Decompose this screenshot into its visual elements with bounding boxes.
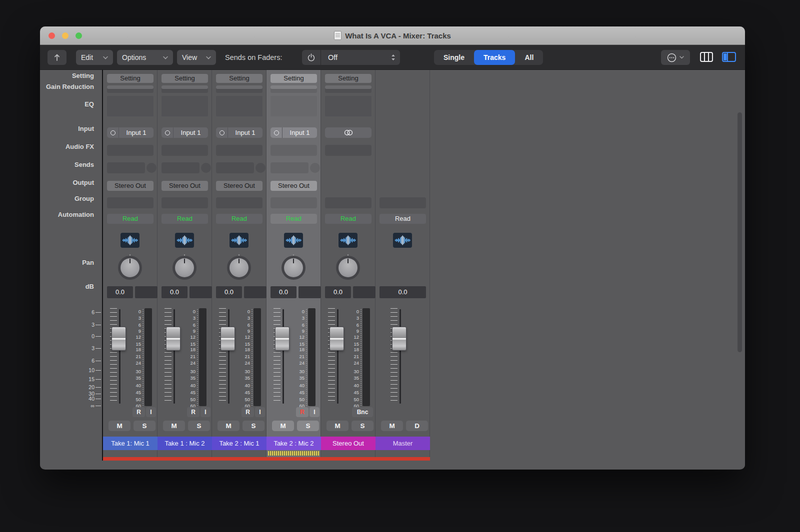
fader-handle[interactable] [392,327,406,351]
fader-handle[interactable] [166,327,180,351]
record-enable-button[interactable]: R [242,407,254,417]
eq-display-slot[interactable] [162,96,208,116]
eq-display-slot[interactable] [270,96,317,116]
sends-slot[interactable] [216,162,254,173]
input-button[interactable]: Input 1 [270,127,317,138]
fader-handle[interactable] [112,327,126,351]
volume-db-value[interactable]: 0.0 [325,286,351,298]
mute-button[interactable]: M [218,421,240,431]
group-slot[interactable] [380,197,426,208]
volume-db-value[interactable]: 0.0 [270,286,296,298]
record-enable-button[interactable]: R [132,407,145,417]
volume-db-value[interactable]: 0.0 [107,286,133,298]
close-button[interactable] [48,32,55,39]
bounce-button[interactable]: Bnc [352,407,373,417]
sends-slot[interactable] [270,162,308,173]
audio-fx-slot[interactable] [162,145,208,156]
fader-handle[interactable] [275,327,290,351]
pan-knob[interactable] [227,256,251,280]
output-button[interactable]: Stereo Out [162,181,208,191]
track-name-label[interactable]: Stereo Out [321,437,376,450]
input-monitor-button[interactable]: I [310,407,320,417]
input-monitor-button[interactable]: I [146,407,156,417]
sends-slot[interactable] [162,162,200,173]
automation-mode-button[interactable]: Read [270,214,317,224]
mute-button[interactable]: M [381,421,403,431]
mute-button[interactable]: M [108,421,130,431]
automation-mode-button[interactable]: Read [325,214,372,224]
power-toggle[interactable] [302,50,321,65]
solo-button[interactable]: S [188,421,210,431]
solo-button[interactable]: S [242,421,264,431]
automation-mode-button[interactable]: Read [162,214,208,224]
solo-button[interactable]: S [352,421,374,431]
options-menu-button[interactable]: Options [117,50,173,65]
pan-knob[interactable] [336,256,360,280]
gain-reduction-db-field[interactable] [244,286,266,298]
track-name-label[interactable]: Take 1 : Mic 2 [158,437,212,450]
more-options-button[interactable] [661,50,690,65]
mute-button[interactable]: M [163,421,185,431]
up-arrow-button[interactable] [48,50,66,65]
track-name-label[interactable]: Take 2 : Mic 1 [212,437,266,450]
track-name-label[interactable]: Take 1: Mic 1 [103,437,158,450]
fader-handle[interactable] [220,327,235,351]
zoom-button[interactable] [76,32,82,39]
segment-tracks[interactable]: Tracks [474,50,515,65]
send-level-knob[interactable] [146,163,156,173]
eq-display-slot[interactable] [325,96,372,116]
channel-setting-button[interactable]: Setting [270,74,317,83]
solo-button[interactable]: S [134,421,156,431]
volume-db-value[interactable]: 0.0 [380,286,426,298]
input-button[interactable]: Input 1 [107,127,154,138]
pan-knob[interactable] [282,256,306,280]
solo-button[interactable]: S [297,421,319,431]
stereo-input-button[interactable] [325,127,372,138]
audio-fx-slot[interactable] [216,145,262,156]
output-button[interactable]: Stereo Out [216,181,262,191]
segment-all[interactable]: All [515,50,543,65]
fader-handle[interactable] [330,327,344,351]
input-monitor-button[interactable]: I [200,407,210,417]
view-menu-button[interactable]: View [177,50,216,65]
gain-reduction-db-field[interactable] [190,286,212,298]
minimize-button[interactable] [62,32,68,39]
gain-reduction-db-field[interactable] [298,286,321,298]
group-slot[interactable] [162,197,208,208]
track-name-label[interactable]: Master [376,437,430,450]
eq-display-slot[interactable] [216,96,262,116]
volume-db-value[interactable]: 0.0 [216,286,242,298]
channel-setting-button[interactable]: Setting [107,74,154,83]
automation-mode-button[interactable]: Read [380,214,426,224]
send-level-knob[interactable] [256,163,266,173]
gain-reduction-db-field[interactable] [135,286,158,298]
output-button[interactable]: Stereo Out [270,181,317,191]
output-button[interactable]: Stereo Out [107,181,154,191]
edit-menu-button[interactable]: Edit [76,50,113,65]
record-enable-button[interactable]: R [187,407,200,417]
record-enable-button[interactable]: R [296,407,308,417]
send-level-knob[interactable] [310,163,320,173]
eq-display-slot[interactable] [107,96,154,116]
channel-setting-button[interactable]: Setting [325,74,372,83]
pan-knob[interactable] [172,256,196,280]
automation-mode-button[interactable]: Read [107,214,154,224]
channel-setting-button[interactable]: Setting [216,74,262,83]
automation-mode-button[interactable]: Read [216,214,262,224]
three-column-view-button[interactable] [699,50,714,63]
send-level-knob[interactable] [201,163,211,173]
volume-db-value[interactable]: 0.0 [162,286,188,298]
stepper-icon[interactable] [390,53,396,61]
mute-button[interactable]: M [272,421,294,431]
sends-slot[interactable] [107,162,145,173]
gain-reduction-db-field[interactable] [353,286,376,298]
group-slot[interactable] [107,197,154,208]
group-slot[interactable] [270,197,317,208]
two-pane-view-button[interactable] [721,50,737,63]
group-slot[interactable] [325,197,372,208]
segment-single[interactable]: Single [434,50,474,65]
group-slot[interactable] [216,197,262,208]
sends-on-faders-select[interactable]: Off [321,53,390,61]
audio-fx-slot[interactable] [107,145,154,156]
input-monitor-button[interactable]: I [255,407,265,417]
